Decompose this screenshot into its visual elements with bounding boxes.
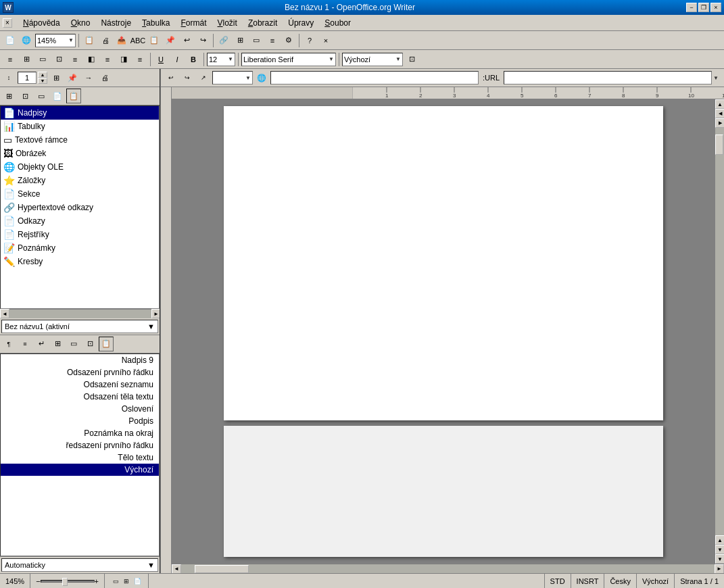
v-scroll-track[interactable]	[715, 128, 724, 535]
undo-button[interactable]: ↩	[179, 33, 194, 48]
new-button[interactable]: 📄	[3, 33, 18, 48]
close-doc-button[interactable]: ×	[318, 33, 333, 48]
align-justify[interactable]: ≡	[132, 52, 147, 67]
styles-filter-select[interactable]: Automaticky ▼	[1, 558, 158, 572]
style-mode-btn6[interactable]: ⊡	[82, 337, 97, 351]
nav-btn-4[interactable]: →	[81, 70, 96, 85]
nav-list-btn-5[interactable]: 📋	[66, 89, 81, 103]
view-btn-2[interactable]: ⊞	[121, 576, 132, 587]
style-mode-btn1[interactable]: ¶	[1, 337, 16, 351]
style-item-predsazeni[interactable]: ředsazení prvního řádku	[1, 439, 159, 451]
frame-button[interactable]: ▭	[249, 33, 264, 48]
scroll-down-btn[interactable]: ▼	[715, 554, 724, 564]
view-btn-1[interactable]: ▭	[110, 576, 121, 587]
style-extra-btn[interactable]: ⊡	[404, 52, 419, 67]
prev-page-btn[interactable]: ◀	[715, 109, 724, 118]
nav-item-odkazy[interactable]: 📄 Odkazy	[1, 214, 159, 228]
spellcheck-button[interactable]: ABC	[130, 33, 145, 48]
url-btn1[interactable]: ↩	[164, 70, 178, 85]
nav-item-hypertext[interactable]: 🔗 Hypertextové odkazy	[1, 201, 159, 214]
style-item-podpis[interactable]: Podpis	[1, 415, 159, 427]
style-btn3[interactable]: ▭	[35, 52, 50, 67]
restore-button[interactable]: ❐	[698, 3, 709, 12]
pdf-button[interactable]: 📤	[114, 33, 129, 48]
scroll-up-btn[interactable]: ▲	[715, 99, 724, 109]
nav-scroll-left[interactable]: ◄	[0, 309, 9, 318]
spinner-down[interactable]: ▼	[38, 78, 47, 84]
menu-upravy[interactable]: Úpravy	[283, 17, 319, 29]
style-item-odsazeni-seznam[interactable]: Odsazení seznamu	[1, 378, 159, 391]
next-page-btn[interactable]: ▶	[715, 118, 724, 128]
scroll-next-btn[interactable]: ▼	[715, 545, 724, 554]
nav-item-kresby[interactable]: ✏️ Kresby	[1, 255, 159, 268]
nav-list-btn-2[interactable]: ⊡	[18, 89, 32, 103]
nav-item-poznamky[interactable]: 📝 Poznámky	[1, 241, 159, 255]
url-globe-btn[interactable]: 🌐	[254, 70, 269, 85]
hyperlink-button[interactable]: 🔗	[216, 33, 231, 48]
style-mode-btn3[interactable]: ↵	[34, 337, 49, 351]
style-btn5[interactable]: ≡	[68, 52, 82, 67]
nav-btn-2[interactable]: ⊞	[49, 70, 64, 85]
h-scroll-right[interactable]: ►	[715, 564, 724, 574]
minimize-button[interactable]: −	[686, 3, 697, 12]
style-item-telo-textu[interactable]: Tělo textu	[1, 451, 159, 464]
nav-item-sekce[interactable]: 📄 Sekce	[1, 187, 159, 201]
style-list-btn[interactable]: ≡	[3, 52, 18, 67]
help-button[interactable]: ?	[302, 33, 317, 48]
nav-item-rejstriky[interactable]: 📄 Rejstříky	[1, 228, 159, 241]
style-mode-btn2[interactable]: ≡	[18, 337, 32, 351]
redo-button[interactable]: ↪	[195, 33, 210, 48]
paste-button[interactable]: 📌	[163, 33, 178, 48]
h-scroll-left[interactable]: ◄	[172, 564, 181, 574]
v-scroll-thumb[interactable]	[715, 134, 723, 155]
list-button[interactable]: ≡	[265, 33, 280, 48]
font-name-select[interactable]: Liberation Serif ▼	[241, 53, 336, 66]
url-input[interactable]	[270, 71, 479, 84]
close-button[interactable]: ×	[710, 3, 721, 12]
tools-button[interactable]: ⚙	[281, 33, 296, 48]
zoom-increase-btn[interactable]: +	[95, 577, 99, 585]
url-value-input[interactable]	[504, 71, 712, 84]
url-btn3[interactable]: ↗	[196, 70, 211, 85]
menu-soubor[interactable]: Soubor	[319, 17, 356, 29]
bold-btn[interactable]: B	[186, 52, 201, 67]
style-item-odsazeni1[interactable]: Odsazení prvního řádku	[1, 366, 159, 378]
nav-item-ole[interactable]: 🌐 Objekty OLE	[1, 160, 159, 174]
style-btn4[interactable]: ⊡	[51, 52, 66, 67]
style-item-osloveni[interactable]: Oslovení	[1, 403, 159, 415]
menu-vlozit[interactable]: Vložit	[212, 17, 243, 29]
menu-tabulka[interactable]: Tabulka	[137, 17, 175, 29]
zoom-slider-track[interactable]	[41, 580, 95, 583]
style-mode-btn4[interactable]: ⊞	[50, 337, 65, 351]
align-left[interactable]: ◧	[84, 52, 99, 67]
underline-btn[interactable]: U	[153, 52, 168, 67]
style-item-odsazeni-tela[interactable]: Odsazení těla textu	[1, 391, 159, 403]
h-scroll-track[interactable]	[181, 564, 715, 573]
style-item-poznamka[interactable]: Poznámka na okraj	[1, 427, 159, 439]
nav-item-nadpisy[interactable]: 📄 Nadpisy	[1, 106, 159, 120]
nav-scroll-right[interactable]: ►	[151, 309, 161, 318]
print-button[interactable]: 🖨	[98, 33, 113, 48]
url-nav-select[interactable]: ▼	[212, 71, 253, 84]
page-number-input[interactable]: 1	[18, 72, 37, 84]
nav-list-btn-3[interactable]: ▭	[34, 89, 49, 103]
menu-okno[interactable]: Okno	[66, 17, 96, 29]
align-right[interactable]: ◨	[116, 52, 131, 67]
doc-select-dropdown[interactable]: Bez názvu1 (aktivní ▼	[1, 320, 158, 333]
page-preview-button[interactable]: 📋	[82, 33, 97, 48]
table-button[interactable]: ⊞	[233, 33, 247, 48]
nav-item-tabulky[interactable]: 📊 Tabulky	[1, 120, 159, 133]
align-center[interactable]: ≡	[100, 52, 115, 67]
h-scroll-thumb[interactable]	[195, 565, 249, 573]
doc-pages-area[interactable]	[172, 99, 715, 564]
zoom-select[interactable]: 145% ▼	[35, 34, 76, 47]
nav-item-zalozky[interactable]: ⭐ Záložky	[1, 174, 159, 187]
menu-zobrazit[interactable]: Zobrazit	[243, 17, 283, 29]
nav-h-track[interactable]	[9, 310, 151, 318]
scroll-prev-btn[interactable]: ▲	[715, 535, 724, 545]
style-btn2[interactable]: ⊞	[19, 52, 34, 67]
menu-napoveda[interactable]: Nápověda	[18, 17, 66, 29]
menu-format[interactable]: Formát	[175, 17, 212, 29]
nav-item-obrazek[interactable]: 🖼 Obrázek	[1, 147, 159, 160]
menu-close-button[interactable]: ×	[3, 18, 12, 28]
